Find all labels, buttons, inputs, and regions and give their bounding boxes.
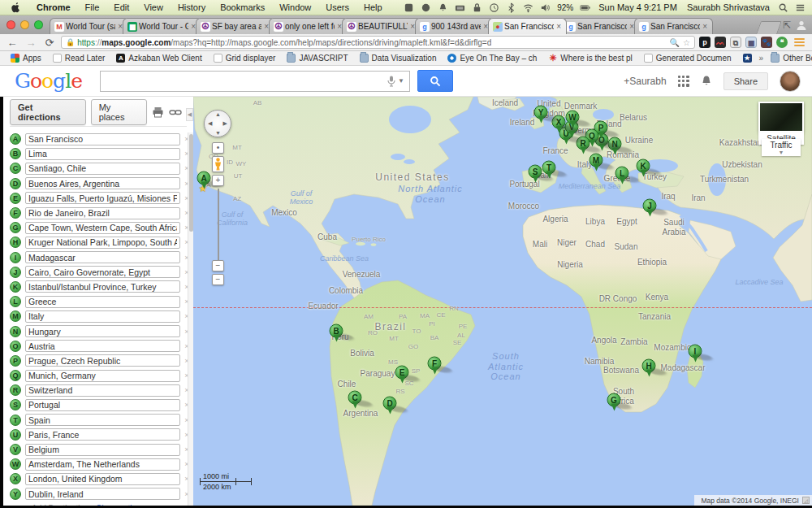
destination-input-X[interactable] — [25, 473, 180, 485]
destination-input-O[interactable] — [25, 340, 180, 352]
reload-button[interactable]: ⟳ — [42, 37, 57, 49]
clock-status-icon[interactable] — [489, 2, 499, 13]
search-button[interactable] — [417, 70, 453, 92]
destination-input-G[interactable] — [25, 222, 180, 234]
tab-close-icon[interactable]: × — [702, 22, 708, 31]
notification-center-icon[interactable] — [795, 2, 806, 13]
tab-close-icon[interactable]: × — [555, 22, 562, 31]
profile-silhouette-icon[interactable] — [796, 20, 807, 31]
google-logo[interactable]: Google — [15, 69, 82, 93]
zoom-out-button[interactable]: − — [212, 274, 224, 285]
menu-bookmarks[interactable]: Bookmarks — [213, 2, 272, 12]
get-directions-button[interactable]: Get directions — [10, 99, 86, 125]
chrome-menu-icon[interactable] — [792, 37, 807, 48]
my-places-button[interactable]: My places — [91, 99, 147, 125]
address-bar[interactable]: 🔒 https://maps.google.com/maps?hq=http:/… — [61, 36, 695, 49]
bookmarks-overflow-chevron[interactable]: » — [759, 54, 764, 63]
search-options-caret-icon[interactable]: ▼ — [398, 77, 404, 85]
other-bookmarks[interactable]: Other Bookmarks — [767, 54, 812, 63]
back-button[interactable]: ← — [5, 37, 19, 49]
destination-input-J[interactable] — [25, 266, 180, 278]
bookmark-item[interactable]: AAzkaban Web Client — [112, 54, 205, 63]
close-window-button[interactable] — [6, 20, 15, 29]
destination-input-U[interactable] — [25, 428, 180, 441]
destination-input-T[interactable] — [25, 414, 180, 426]
bookmark-star-icon[interactable]: ☆ — [683, 38, 690, 47]
map-marker-K[interactable]: K — [637, 159, 650, 173]
destination-input-H[interactable] — [25, 237, 180, 249]
traffic-caret-icon[interactable]: ▼ — [762, 150, 801, 156]
map-marker-A[interactable]: A — [197, 172, 211, 185]
paw-extension-icon[interactable]: 🐾 — [761, 37, 772, 48]
map-pan-control[interactable]: ▲ ▼ ◀ ▶ — [204, 110, 231, 137]
forward-button[interactable]: → — [24, 37, 38, 49]
collapse-panel-handle[interactable]: ◀ — [186, 108, 193, 121]
destination-input-E[interactable] — [25, 192, 180, 204]
map-marker-W[interactable]: W — [566, 111, 580, 124]
map-marker-G[interactable]: G — [607, 393, 621, 407]
map-marker-I[interactable]: I — [689, 345, 702, 358]
menu-help[interactable]: Help — [356, 2, 390, 12]
browser-tab[interactable]: ☮SF bay area apts× — [196, 18, 274, 34]
bookmark-item[interactable]: Eye On The Bay – ch — [443, 54, 541, 63]
destination-input-W[interactable] — [25, 458, 180, 471]
panel-scrollbar[interactable] — [188, 132, 193, 506]
map-marker-M[interactable]: M — [590, 154, 603, 167]
maps-search-input[interactable] — [100, 71, 382, 92]
menu-view[interactable]: View — [136, 2, 171, 12]
map-marker-Y[interactable]: Y — [534, 106, 548, 119]
destination-input-R[interactable] — [25, 384, 180, 397]
menu-history[interactable]: History — [171, 2, 213, 12]
traffic-toggle[interactable]: Traffic ▼ — [762, 139, 801, 156]
browser-tab[interactable]: ☮BEAUTIFULLY RE× — [342, 18, 421, 34]
wifi-status-icon[interactable] — [523, 2, 533, 13]
bookmark-item[interactable]: ★ — [739, 54, 756, 63]
app-status-icon[interactable] — [421, 2, 431, 13]
map-canvas[interactable]: ABUnited StatesMTORIDWYUTCAAZNorth Atlan… — [193, 97, 812, 506]
volume-status-icon[interactable] — [540, 2, 551, 13]
mask-extension-icon[interactable]: ᨓ — [715, 37, 726, 48]
menu-file[interactable]: File — [78, 2, 107, 12]
photos-extension-icon[interactable]: ▦ — [745, 37, 757, 48]
pan-down-icon[interactable]: ▼ — [215, 130, 221, 136]
report-map-error-icon[interactable]: ◿ — [802, 497, 810, 504]
destination-input-V[interactable] — [25, 444, 180, 456]
browser-tab[interactable]: ▦World Tour - Go× — [123, 18, 201, 34]
apple-menu-icon[interactable] — [10, 2, 21, 13]
destination-input-A[interactable] — [25, 133, 180, 145]
user-avatar[interactable] — [780, 71, 801, 92]
browser-tab[interactable]: gSan Francisco, C× — [561, 18, 640, 34]
map-marker-J[interactable]: J — [643, 199, 657, 213]
zoom-slider-track[interactable] — [218, 189, 219, 260]
destination-input-S[interactable] — [25, 399, 180, 411]
screenshot-extension-icon[interactable]: ⧉ — [730, 37, 741, 48]
pegman-streetview[interactable] — [212, 156, 224, 172]
new-tab-button[interactable] — [756, 21, 782, 34]
minimize-window-button[interactable] — [20, 20, 29, 29]
browser-tab[interactable]: g900 143rd aven× — [415, 18, 494, 34]
notifications-bell-icon[interactable] — [701, 75, 712, 87]
destination-input-K[interactable] — [25, 280, 180, 293]
satellite-thumbnail[interactable] — [758, 102, 804, 132]
destination-input-M[interactable] — [25, 310, 180, 323]
map-marker-E[interactable]: E — [395, 366, 409, 380]
share-button[interactable]: Share — [723, 72, 768, 90]
pan-right-icon[interactable]: ▶ — [223, 120, 227, 127]
hangouts-extension-icon[interactable]: ❝ — [776, 37, 788, 48]
link-icon[interactable] — [169, 106, 182, 118]
app-status-icon[interactable] — [404, 2, 414, 13]
notification-status-icon[interactable] — [438, 2, 448, 13]
bookmark-item[interactable]: Generated Documen — [640, 54, 736, 63]
menu-window[interactable]: Window — [272, 2, 318, 12]
bookmark-item[interactable]: ✳Where is the best pl — [544, 54, 636, 63]
map-marker-B[interactable]: B — [330, 324, 343, 338]
destination-input-P[interactable] — [25, 354, 180, 367]
bookmark-item[interactable]: Apps — [6, 54, 45, 63]
map-marker-T[interactable]: T — [542, 161, 556, 175]
spotlight-search-icon[interactable] — [778, 2, 788, 13]
map-marker-F[interactable]: F — [428, 357, 442, 371]
destination-input-I[interactable] — [25, 251, 180, 263]
destination-input-Y[interactable] — [25, 488, 180, 500]
browser-tab[interactable]: ●San Francisco, C× — [488, 18, 567, 34]
destination-input-F[interactable] — [25, 207, 180, 219]
